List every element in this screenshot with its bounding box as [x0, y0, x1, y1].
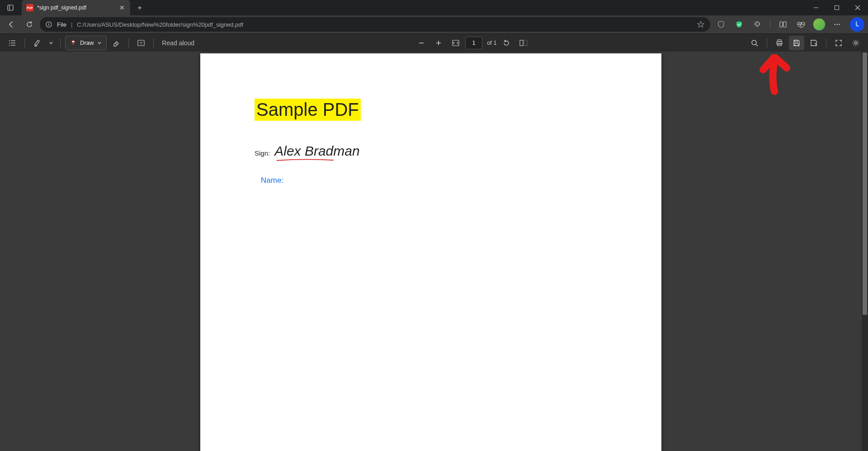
separator	[826, 38, 826, 47]
signature-text: Alex Bradman	[274, 143, 359, 161]
rotate-button[interactable]	[499, 36, 514, 50]
fullscreen-button[interactable]	[831, 36, 846, 50]
profile-button[interactable]	[811, 16, 827, 33]
bing-sidebar-button[interactable]	[850, 17, 864, 32]
fit-page-button[interactable]	[448, 36, 463, 50]
svg-point-13	[839, 24, 840, 25]
refresh-button[interactable]	[22, 17, 37, 32]
document-title: Sample PDF	[255, 99, 361, 121]
tab-title: *sign pdf_signed.pdf	[37, 5, 115, 11]
read-aloud-button[interactable]: Read aloud	[158, 36, 198, 50]
zoom-out-button[interactable]	[414, 36, 429, 50]
tab-actions-button[interactable]	[3, 0, 18, 15]
svg-rect-36	[795, 40, 797, 42]
draw-pen-icon	[70, 39, 76, 47]
address-scheme: File	[57, 21, 66, 28]
svg-line-32	[756, 44, 758, 46]
signature-underline-icon	[276, 159, 334, 161]
security-shield-icon[interactable]	[731, 16, 747, 33]
tracking-shield-icon[interactable]	[713, 16, 729, 33]
chevron-down-icon	[97, 41, 102, 45]
close-tab-button[interactable]: ✕	[118, 4, 126, 11]
pdf-page: Sample PDF Sign: Alex Bradman Name:	[200, 53, 661, 451]
svg-rect-3	[835, 6, 839, 10]
window-controls	[806, 0, 868, 15]
vertical-scrollbar[interactable]: ▲	[862, 52, 868, 451]
svg-rect-21	[72, 41, 75, 42]
svg-point-16	[9, 43, 10, 43]
contents-toc-button[interactable]	[5, 36, 20, 50]
minimize-window-button[interactable]	[806, 0, 826, 15]
extensions-icon[interactable]	[749, 16, 765, 33]
scroll-thumb[interactable]	[863, 52, 867, 315]
site-info-icon[interactable]	[45, 21, 52, 28]
svg-point-7	[48, 23, 49, 24]
highlight-button[interactable]	[29, 36, 45, 50]
svg-rect-10	[783, 22, 786, 27]
svg-point-38	[855, 42, 857, 44]
separator	[153, 38, 154, 47]
navbar-right-icons	[713, 16, 864, 33]
erase-button[interactable]	[108, 36, 124, 50]
svg-rect-8	[48, 24, 49, 26]
separator	[60, 38, 61, 47]
close-window-button[interactable]	[847, 0, 868, 15]
svg-point-14	[9, 40, 10, 41]
signature-row: Sign: Alex Bradman	[255, 143, 607, 161]
draw-button[interactable]: Draw	[65, 36, 107, 50]
window-titlebar: PDF *sign pdf_signed.pdf ✕ ＋	[0, 0, 868, 15]
svg-point-31	[752, 40, 756, 45]
favorites-icon[interactable]	[793, 16, 809, 33]
new-tab-button[interactable]: ＋	[133, 1, 146, 14]
browser-tab[interactable]: PDF *sign pdf_signed.pdf ✕	[22, 0, 130, 15]
address-bar[interactable]: File | C:/Users/ASUS/Desktop/New%20folde…	[40, 17, 710, 32]
separator	[767, 38, 767, 47]
pdf-file-icon: PDF	[26, 4, 33, 11]
svg-rect-9	[780, 22, 783, 27]
svg-point-12	[837, 24, 838, 25]
separator	[128, 38, 129, 47]
browser-navbar: File | C:/Users/ASUS/Desktop/New%20folde…	[0, 15, 868, 33]
name-label: Name:	[261, 176, 283, 185]
split-screen-icon[interactable]	[775, 16, 791, 33]
sign-label: Sign:	[255, 149, 270, 157]
page-number-input[interactable]	[465, 37, 482, 49]
address-path: C:/Users/ASUS/Desktop/New%20folder/sign%…	[77, 21, 243, 28]
page-view-button[interactable]	[516, 36, 531, 50]
favorite-star-icon[interactable]	[697, 20, 705, 28]
draw-label: Draw	[80, 39, 94, 46]
save-as-button[interactable]	[806, 36, 821, 50]
svg-point-18	[9, 45, 10, 46]
svg-rect-29	[520, 40, 523, 46]
back-button[interactable]	[4, 17, 19, 32]
tab-strip: PDF *sign pdf_signed.pdf ✕ ＋	[0, 0, 146, 15]
profile-avatar-icon	[813, 18, 826, 31]
svg-line-22	[115, 43, 117, 45]
svg-rect-0	[8, 5, 13, 10]
name-row: Name:	[261, 176, 607, 185]
settings-button[interactable]	[848, 36, 863, 50]
svg-rect-37	[795, 43, 798, 46]
print-button[interactable]	[772, 36, 787, 50]
maximize-window-button[interactable]	[826, 0, 847, 15]
address-separator: |	[71, 21, 72, 28]
separator	[770, 20, 770, 29]
pdf-toolbar: Draw T Read aloud of 1	[0, 33, 868, 52]
svg-text:T: T	[140, 41, 143, 46]
find-button[interactable]	[747, 36, 762, 50]
highlight-dropdown-button[interactable]	[47, 36, 56, 50]
pdf-viewer[interactable]: Sample PDF Sign: Alex Bradman Name:	[0, 52, 862, 451]
more-menu-button[interactable]	[829, 16, 845, 33]
svg-point-11	[835, 24, 836, 25]
save-button[interactable]	[789, 36, 804, 50]
add-text-button[interactable]: T	[133, 36, 149, 50]
page-total-label: of 1	[487, 39, 497, 46]
separator	[24, 38, 25, 47]
zoom-in-button[interactable]	[431, 36, 446, 50]
svg-rect-30	[524, 40, 527, 46]
